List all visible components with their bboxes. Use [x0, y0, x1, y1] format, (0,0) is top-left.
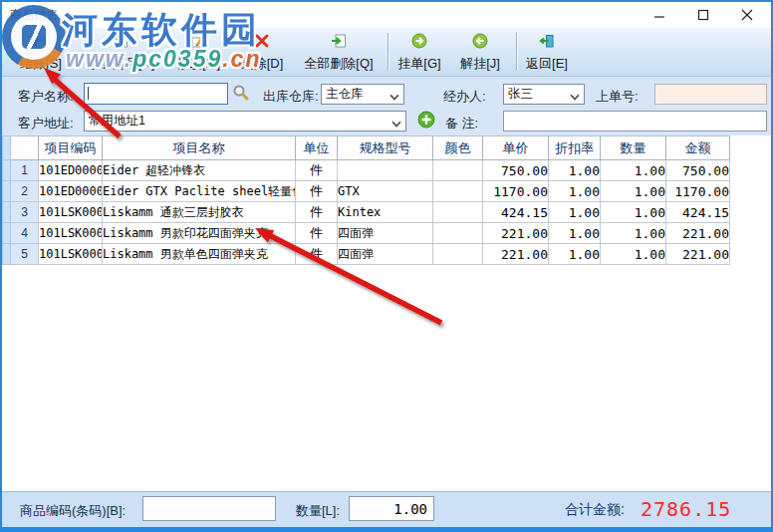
table-row[interactable]: 5 101LSK0007 Liskamm 男款单色四面弹夹克 件 四面弹 221…	[3, 244, 730, 265]
row-number: 2	[11, 181, 39, 202]
cell-color[interactable]	[433, 202, 483, 223]
cell-color[interactable]	[433, 160, 483, 181]
cell-item-name[interactable]: Liskamm 通款三层封胶衣	[103, 202, 296, 223]
cell-unit-price[interactable]: 221.00	[483, 223, 549, 244]
cell-item-name[interactable]: Eider 超轻冲锋衣	[103, 160, 296, 181]
delete-button[interactable]: 删除[D]	[232, 31, 292, 74]
cell-item-code[interactable]: 101LSK0005	[39, 223, 103, 244]
delete-x-icon	[254, 33, 270, 49]
close-button[interactable]	[725, 2, 769, 28]
cell-amount[interactable]: 424.15	[666, 202, 730, 223]
warehouse-label: 出库仓库:	[263, 88, 319, 106]
cell-spec[interactable]: 四面弹	[338, 244, 433, 265]
col-item-code: 项目编码	[39, 136, 103, 160]
search-icon[interactable]	[232, 84, 250, 106]
maximize-button[interactable]	[681, 2, 725, 28]
cell-amount[interactable]: 221.00	[666, 223, 730, 244]
customer-address-value: 常用地址1	[89, 113, 392, 130]
maximize-icon	[697, 9, 709, 21]
chevron-down-icon	[392, 118, 400, 126]
row-number: 5	[11, 244, 39, 265]
cell-unit[interactable]: 件	[296, 181, 338, 202]
edit-button[interactable]: 修改[M]	[168, 31, 228, 74]
cell-discount[interactable]: 1.00	[549, 160, 601, 181]
cell-item-code[interactable]: 101LSK0007	[39, 244, 103, 265]
customer-name-input[interactable]	[84, 83, 228, 105]
edit-pencil-icon	[190, 33, 206, 49]
hang-order-icon	[411, 33, 427, 49]
col-discount: 折扣率	[549, 136, 601, 160]
cell-unit-price[interactable]: 1170.00	[483, 181, 549, 202]
cell-qty[interactable]: 1.00	[601, 202, 666, 223]
delete-all-button[interactable]: 全部删除[Q]	[299, 31, 379, 74]
row-indicator	[3, 223, 11, 244]
bottom-entry-panel: 商品编码(条码)[B]: 数量[L]: 合计金额: 2786.15	[2, 491, 771, 527]
cell-discount[interactable]: 1.00	[549, 223, 601, 244]
remark-input[interactable]	[503, 111, 767, 132]
cell-qty[interactable]: 1.00	[601, 160, 666, 181]
checkout-button[interactable]: 结账[S]	[8, 31, 74, 74]
cell-unit-price[interactable]: 221.00	[483, 244, 549, 265]
cell-qty[interactable]: 1.00	[601, 244, 666, 265]
checkout-label: 结账[S]	[20, 55, 62, 73]
cell-item-code[interactable]: 101LSK0002	[39, 202, 103, 223]
row-number: 4	[11, 223, 39, 244]
last-order-input[interactable]	[654, 84, 767, 105]
cell-spec[interactable]: Kintex	[338, 202, 433, 223]
minimize-button[interactable]	[638, 2, 681, 28]
add-address-icon[interactable]	[417, 111, 435, 133]
cell-item-code[interactable]: 101ED00005	[39, 181, 103, 202]
cell-amount[interactable]: 750.00	[666, 160, 730, 181]
cell-qty[interactable]: 1.00	[601, 223, 666, 244]
cell-unit-price[interactable]: 750.00	[483, 160, 549, 181]
cell-amount[interactable]: 1170.00	[666, 181, 730, 202]
cell-item-name[interactable]: Liskamm 男款印花四面弹夹克	[103, 223, 296, 244]
cell-unit[interactable]: 件	[296, 244, 338, 265]
cell-item-name[interactable]: Eider GTX Paclite sheel轻量化冲	[103, 181, 296, 202]
qty-input[interactable]	[349, 496, 434, 521]
col-item-name: 项目名称	[103, 136, 296, 160]
table-row[interactable]: 2 101ED00005 Eider GTX Paclite sheel轻量化冲…	[3, 181, 730, 202]
titlebar: 商品销售	[2, 2, 771, 28]
add-product-label: 添加商品[N]	[87, 55, 155, 73]
cell-unit[interactable]: 件	[296, 160, 338, 181]
cell-item-name[interactable]: Liskamm 男款单色四面弹夹克	[103, 244, 296, 265]
table-row[interactable]: 4 101LSK0005 Liskamm 男款印花四面弹夹克 件 四面弹 221…	[3, 223, 730, 244]
row-number: 1	[11, 160, 39, 181]
cell-discount[interactable]: 1.00	[549, 181, 601, 202]
cell-discount[interactable]: 1.00	[549, 202, 601, 223]
cell-unit[interactable]: 件	[296, 202, 338, 223]
return-door-icon	[539, 33, 555, 49]
operator-label: 经办人:	[443, 88, 486, 106]
cell-amount[interactable]: 221.00	[666, 244, 730, 265]
delete-all-label: 全部删除[Q]	[304, 55, 373, 73]
return-button[interactable]: 返回[E]	[519, 31, 575, 74]
chevron-down-icon	[390, 91, 398, 99]
delete-all-icon	[331, 33, 347, 49]
cell-color[interactable]	[433, 223, 483, 244]
cell-unit[interactable]: 件	[296, 223, 338, 244]
cell-spec[interactable]	[338, 160, 433, 181]
table-row[interactable]: 3 101LSK0002 Liskamm 通款三层封胶衣 件 Kintex 42…	[3, 202, 730, 223]
barcode-input[interactable]	[142, 496, 276, 521]
cell-item-code[interactable]: 101ED00003	[39, 160, 103, 181]
add-product-button[interactable]: 添加商品[N]	[81, 31, 160, 74]
total-amount-value: 2786.15	[641, 497, 731, 521]
return-label: 返回[E]	[526, 55, 568, 73]
cell-discount[interactable]: 1.00	[549, 244, 601, 265]
operator-select[interactable]: 张三	[503, 84, 585, 105]
cell-color[interactable]	[433, 244, 483, 265]
cell-unit-price[interactable]: 424.15	[483, 202, 549, 223]
save-icon	[33, 33, 49, 49]
cell-color[interactable]	[433, 181, 483, 202]
customer-address-select[interactable]: 常用地址1	[84, 111, 406, 132]
warehouse-select[interactable]: 主仓库	[321, 84, 404, 105]
cell-spec[interactable]: GTX	[338, 181, 433, 202]
table-header-row: 项目编码 项目名称 单位 规格型号 颜色 单价 折扣率 数量 金额	[3, 136, 730, 160]
unhang-button[interactable]: 解挂[J]	[450, 31, 510, 74]
hang-order-button[interactable]: 挂单[G]	[389, 31, 449, 74]
cell-qty[interactable]: 1.00	[601, 181, 666, 202]
cell-spec[interactable]: 四面弹	[338, 223, 433, 244]
order-header-form: 客户名称: 出库仓库: 主仓库 经办人: 张三 上单号: 客户地址: 常用地址1…	[2, 77, 771, 135]
table-row[interactable]: 1 101ED00003 Eider 超轻冲锋衣 件 750.00 1.00 1…	[3, 160, 730, 181]
